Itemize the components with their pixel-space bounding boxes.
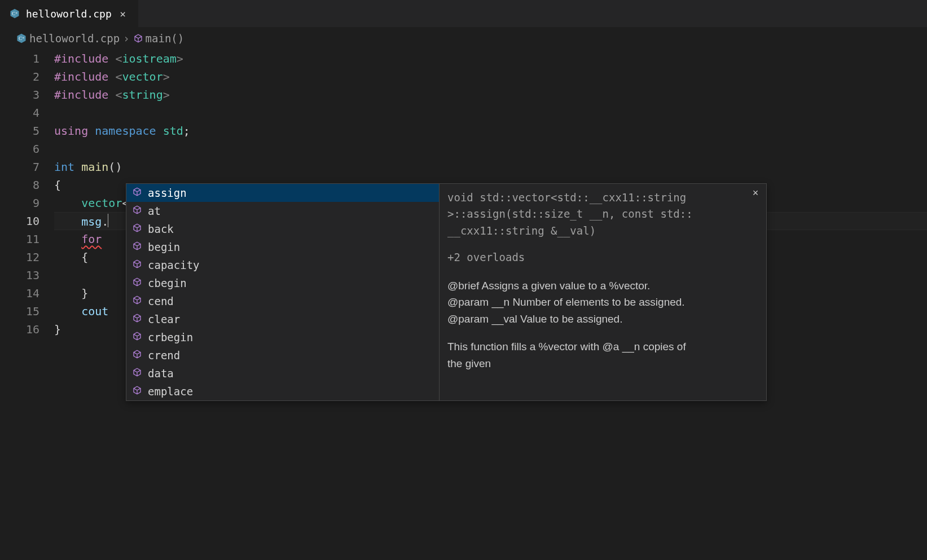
suggestion-item-clear[interactable]: clear xyxy=(126,310,439,328)
symbol-method-icon xyxy=(132,259,142,271)
symbol-method-icon xyxy=(132,223,142,235)
tab-helloworld[interactable]: C⁺ helloworld.cpp × xyxy=(0,0,138,27)
code-line[interactable]: int main() xyxy=(54,158,927,176)
doc-param-n: @param __n Number of elements to be assi… xyxy=(447,294,758,310)
line-number: 6 xyxy=(0,140,39,158)
line-number: 8 xyxy=(0,176,39,194)
suggestion-label: capacity xyxy=(148,259,200,271)
cpp-file-icon: C⁺ xyxy=(9,8,20,19)
suggestion-item-crend[interactable]: crend xyxy=(126,346,439,364)
symbol-method-icon xyxy=(132,277,142,289)
suggestion-item-data[interactable]: data xyxy=(126,364,439,382)
suggestion-item-begin[interactable]: begin xyxy=(126,238,439,256)
code-line[interactable]: #include <vector> xyxy=(54,68,927,86)
line-number: 9 xyxy=(0,194,39,212)
suggestion-item-back[interactable]: back xyxy=(126,220,439,238)
code-line[interactable]: #include <string> xyxy=(54,86,927,104)
line-number: 10 xyxy=(0,212,39,230)
line-number: 12 xyxy=(0,248,39,266)
code-line[interactable]: #include <iostream> xyxy=(54,50,927,68)
doc-param-val: @param __val Value to be assigned. xyxy=(447,311,758,327)
suggestion-label: emplace xyxy=(148,385,193,398)
suggestion-label: clear xyxy=(148,313,180,325)
suggestion-item-crbegin[interactable]: crbegin xyxy=(126,328,439,346)
suggestion-list[interactable]: assignatbackbegincapacitycbegincendclear… xyxy=(126,184,439,400)
suggestion-item-emplace[interactable]: emplace xyxy=(126,382,439,400)
breadcrumb-symbol[interactable]: main() xyxy=(146,32,184,45)
line-number: 11 xyxy=(0,230,39,248)
overloads-text: +2 overloads xyxy=(447,249,758,266)
tab-filename: helloworld.cpp xyxy=(26,8,112,20)
suggestion-item-assign[interactable]: assign xyxy=(126,184,439,202)
line-number: 14 xyxy=(0,284,39,302)
line-number: 7 xyxy=(0,158,39,176)
suggestion-item-capacity[interactable]: capacity xyxy=(126,256,439,274)
text-cursor xyxy=(108,214,108,227)
code-line[interactable] xyxy=(54,140,927,158)
symbol-method-icon xyxy=(132,187,142,199)
doc-desc1: This function fills a %vector with @a __… xyxy=(447,338,758,355)
line-number: 13 xyxy=(0,266,39,284)
breadcrumb[interactable]: C⁺ helloworld.cpp › main() xyxy=(0,27,927,50)
symbol-method-icon xyxy=(132,205,142,217)
suggestion-documentation: × void std::vector<std::__cxx11::string … xyxy=(439,184,766,400)
doc-desc2: the given xyxy=(447,355,758,372)
close-icon[interactable]: × xyxy=(117,8,129,19)
line-number: 16 xyxy=(0,320,39,338)
suggestion-label: data xyxy=(148,367,174,380)
breadcrumb-file[interactable]: helloworld.cpp xyxy=(29,32,120,45)
symbol-method-icon xyxy=(132,349,142,361)
code-line[interactable] xyxy=(54,104,927,122)
intellisense-popup: assignatbackbegincapacitycbegincendclear… xyxy=(126,183,767,401)
svg-text:C⁺: C⁺ xyxy=(12,11,17,16)
line-number: 4 xyxy=(0,104,39,122)
line-number: 2 xyxy=(0,68,39,86)
suggestion-label: begin xyxy=(148,241,180,253)
symbol-method-icon xyxy=(132,367,142,380)
code-line[interactable]: using namespace std; xyxy=(54,122,927,140)
close-icon[interactable]: × xyxy=(749,187,762,200)
symbol-method-icon xyxy=(132,385,142,398)
suggestion-item-cend[interactable]: cend xyxy=(126,292,439,310)
line-number: 3 xyxy=(0,86,39,104)
symbol-method-icon xyxy=(132,331,142,343)
cpp-file-icon: C⁺ xyxy=(16,33,27,44)
suggestion-label: crbegin xyxy=(148,331,193,343)
suggestion-label: at xyxy=(148,205,161,217)
chevron-right-icon: › xyxy=(123,32,129,45)
suggestion-item-cbegin[interactable]: cbegin xyxy=(126,274,439,292)
line-number: 5 xyxy=(0,122,39,140)
symbol-method-icon xyxy=(132,241,142,253)
symbol-method-icon xyxy=(133,33,143,43)
doc-brief: @brief Assigns a given value to a %vecto… xyxy=(447,277,758,294)
suggestion-item-at[interactable]: at xyxy=(126,202,439,220)
suggestion-label: cbegin xyxy=(148,277,187,289)
line-number: 15 xyxy=(0,302,39,320)
suggestion-label: cend xyxy=(148,295,174,307)
suggestion-label: back xyxy=(148,223,174,235)
line-number: 1 xyxy=(0,50,39,68)
svg-text:C⁺: C⁺ xyxy=(19,36,24,41)
suggestion-label: crend xyxy=(148,349,180,361)
line-number-gutter: 12345678910111213141516 xyxy=(0,50,54,338)
suggestion-label: assign xyxy=(148,187,187,199)
symbol-method-icon xyxy=(132,295,142,307)
symbol-method-icon xyxy=(132,313,142,325)
tab-bar: C⁺ helloworld.cpp × xyxy=(0,0,927,27)
signature-text: void std::vector<std::__cxx11::string >:… xyxy=(447,189,758,239)
